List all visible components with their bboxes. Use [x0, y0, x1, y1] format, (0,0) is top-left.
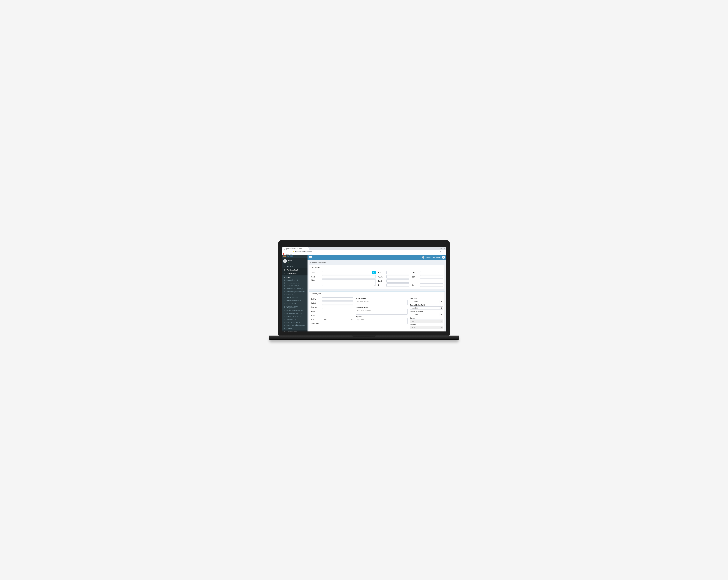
field-yetkili: Yetkili [311, 275, 375, 278]
sidebar-subitem[interactable]: TESLİM EDİLDİ ( 0) [282, 296, 308, 299]
field-unvan: Ünvan [311, 271, 375, 274]
grup-select[interactable]: qwe [322, 318, 353, 321]
il-input[interactable] [386, 283, 410, 287]
svg-point-0 [285, 260, 285, 261]
giris-tarih-input[interactable] [410, 300, 440, 303]
sidebar-subitem[interactable]: KARGO İÇİN HAZIR ( 0) [282, 315, 308, 318]
calendar-icon[interactable] [440, 306, 443, 310]
main-menu-lower: Fatura İşlemleri ‹ Müşteriler ‹ [282, 330, 308, 331]
panel-cari-title: Cari Bilgileri [309, 265, 444, 270]
svg-rect-20 [441, 307, 441, 308]
sidebar-subitem[interactable]: YENİ KAYIT ( 0) [282, 318, 308, 321]
panel-urun: Ürün Bilgileri Seri No Barkod Ürün Adı M… [309, 291, 445, 331]
new-tab-button[interactable]: + [310, 248, 312, 250]
address-bar: ← → ⟳ ⌂ 🔒 servis.bilsoft.com/isemri/ekle… [282, 250, 446, 253]
maximize-icon[interactable]: ☐ [440, 248, 442, 250]
calendar-icon[interactable] [440, 300, 443, 303]
page-title: Yeni Servis Kaydı [309, 261, 445, 265]
browser-tab[interactable]: Bilsoft Teknik Servis Programı | E… × [283, 247, 309, 250]
sidebar-subitem[interactable]: İNCELENİYOR ( 1) [282, 279, 308, 281]
marka-input[interactable] [322, 310, 353, 313]
panel-urun-title: Ürün Bilgileri [309, 292, 444, 296]
sidebar-item-service-records[interactable]: Servis Kayıtları ⌄ [282, 272, 308, 275]
chevron-left-icon: ‹ [305, 331, 306, 332]
sidebar-subitem[interactable]: DIŞ SERVİS SEVK ( 0) [282, 321, 308, 324]
urunadi-input[interactable] [322, 306, 353, 309]
adres-input[interactable] [322, 279, 375, 286]
sidebar-subitem[interactable]: HEPSİ [282, 276, 308, 279]
sidebar-item-home[interactable]: Ana Sayfa [282, 265, 308, 268]
vd-input[interactable] [386, 271, 410, 274]
close-icon[interactable]: × [307, 248, 308, 250]
sidebar-subitem[interactable]: ONARIMA BAŞLANDI ( 0) [282, 312, 308, 315]
url-display[interactable]: servis.bilsoft.com/isemri/ekle [295, 251, 312, 252]
minimize-icon[interactable]: — [437, 248, 438, 250]
svg-point-12 [423, 257, 423, 257]
durum-select[interactable]: qwe [410, 320, 443, 323]
svg-point-3 [285, 270, 285, 270]
musteri-beyani-input[interactable] [356, 300, 408, 305]
sidebar-subitem[interactable]: ONAY BEKLİYOR ( 1) [282, 284, 308, 287]
sidebar-subitem[interactable]: HASAR TESPİT İNCELEME ( 0) [282, 324, 308, 327]
gsm-input[interactable] [420, 275, 443, 278]
sidebar-subitem[interactable]: ÖDEME BEKLEYEN İŞ ( 0) [282, 309, 308, 312]
content: Yeni Servis Kaydı Cari Bilgileri Ünvan [308, 259, 446, 331]
user-panel: Admin Online [282, 258, 308, 265]
browser-menu-icon[interactable]: ⋮ [443, 251, 445, 253]
panel-cari: Cari Bilgileri Ünvan [309, 265, 445, 289]
close-window-icon[interactable]: ✕ [444, 248, 445, 250]
globe-icon [284, 248, 285, 250]
vno-input[interactable] [420, 271, 443, 274]
app-root: BILSOFT Admin Online [282, 255, 446, 331]
svg-rect-16 [441, 301, 441, 301]
garanti-bitis-input[interactable] [410, 313, 440, 316]
unvan-input[interactable] [322, 271, 371, 274]
home-icon[interactable]: ⌂ [290, 251, 291, 252]
reload-icon[interactable]: ⟳ [288, 251, 289, 253]
apps-grid-icon[interactable] [283, 253, 284, 255]
lock-icon: 🔒 [293, 251, 294, 252]
sidebar-subitem[interactable]: GELDİ ( 0) [282, 293, 308, 296]
browser-chrome: Bilsoft Teknik Servis Programı | E… × + … [282, 247, 446, 253]
circle-icon [284, 328, 285, 329]
bookmarks-apps-label[interactable]: Uygulamalar [285, 253, 292, 255]
topbar-user-link[interactable]: Admin - Oturumu Kapat [425, 257, 441, 258]
bookmark-star-icon[interactable]: ☆ [440, 251, 441, 253]
circle-icon [284, 316, 285, 317]
email-input[interactable] [386, 279, 410, 283]
sidebar-subitem[interactable]: MONTAJ AŞAMASINDA ( 1) [282, 299, 308, 302]
sidebar-item-invoices[interactable]: Fatura İşlemleri ‹ [282, 330, 308, 331]
forward-icon[interactable]: → [285, 251, 287, 252]
sidebar-subitem[interactable]: İPTAL ( 0) [282, 327, 308, 330]
hamburger-icon[interactable] [309, 256, 312, 258]
screen-bezel: Bilsoft Teknik Servis Programı | E… × + … [278, 240, 450, 335]
telefon-input[interactable] [386, 275, 410, 278]
main-menu: Ana Sayfa Yeni Servis Kaydı [282, 265, 308, 275]
circle-icon [284, 282, 285, 284]
calendar-icon[interactable] [440, 313, 443, 316]
invoice-icon [284, 331, 286, 331]
sidebar-subitem[interactable]: ATÖLYEDE ( 0) [282, 302, 308, 305]
personel-select[interactable]: HEPSİ [410, 326, 443, 329]
search-button[interactable] [372, 271, 375, 274]
sidebar-subitem[interactable]: TAMAMLANAN İŞ ( 0) [282, 281, 308, 284]
collapse-button[interactable] [442, 256, 445, 259]
sidebar-item-new-service[interactable]: Yeni Servis Kaydı [282, 268, 308, 272]
aciklama-input[interactable] [356, 318, 408, 324]
sidebar-subitem[interactable]: STABİL AYAR VAZİYETİ ( 0) [282, 287, 308, 290]
svg-rect-21 [441, 307, 442, 308]
model-input[interactable] [322, 314, 353, 317]
uzerinde-gelenler-input[interactable] [356, 309, 408, 314]
tahmini-teslim-input[interactable] [410, 306, 440, 310]
laptop-mockup: Bilsoft Teknik Servis Programı | E… × + … [278, 240, 450, 340]
barkod-input[interactable] [322, 302, 353, 305]
brand-logo[interactable]: BILSOFT [282, 255, 308, 258]
sidebar-subitem[interactable]: YEDEK PARÇA BEKLEYEN ( 2) [282, 290, 308, 293]
window-controls: — ☐ ✕ [437, 247, 446, 250]
back-icon[interactable]: ← [283, 251, 284, 252]
ilce-input[interactable] [420, 283, 443, 287]
serino-input[interactable] [322, 297, 353, 301]
teslim-eden-input[interactable] [333, 322, 353, 325]
sidebar-subitem[interactable]: ONARIM SONRASI ARAŞTIRMA ( 0) [282, 305, 308, 309]
yetkili-input[interactable] [322, 275, 375, 278]
